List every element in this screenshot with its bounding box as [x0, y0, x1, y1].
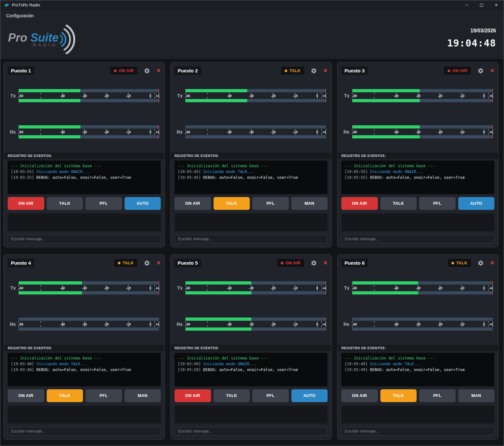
rx-bar-top — [352, 318, 493, 321]
mode-button[interactable]: MAN — [125, 389, 161, 402]
message-display — [175, 406, 328, 424]
status-dot-icon — [114, 70, 117, 72]
peak-marker — [325, 318, 326, 321]
onair-button[interactable]: ON AIR — [175, 197, 211, 210]
gear-icon[interactable] — [311, 68, 317, 74]
puesto-panel: Puesto 4 TALK ✕ Tx -60-40-30-20-100+4 — [4, 254, 165, 440]
panel-header: Puesto 4 TALK ✕ — [8, 259, 161, 267]
tx-bar-top — [352, 281, 493, 285]
panel-header: Puesto 6 TALK ✕ — [341, 259, 494, 267]
tx-bar-top — [185, 281, 326, 285]
talk-button[interactable]: TALK — [380, 389, 417, 402]
close-panel-icon[interactable]: ✕ — [490, 260, 494, 266]
mode-buttons: ON AIR TALK PFL AUTO — [8, 197, 161, 210]
mode-button[interactable]: AUTO — [125, 197, 161, 210]
gear-icon[interactable] — [311, 260, 317, 266]
event-log-title: REGISTRO DE EVENTOS: — [337, 345, 498, 351]
peak-marker — [159, 281, 159, 285]
pfl-button[interactable]: PFL — [85, 197, 122, 210]
talk-button[interactable]: TALK — [47, 197, 83, 210]
message-display — [8, 213, 161, 231]
onair-button[interactable]: ON AIR — [175, 389, 211, 402]
status-dot-icon — [285, 70, 287, 72]
mode-buttons: ON AIR TALK PFL MAN — [341, 389, 494, 402]
onair-button[interactable]: ON AIR — [341, 197, 378, 210]
pfl-button[interactable]: PFL — [252, 389, 289, 402]
talk-button[interactable]: TALK — [380, 197, 417, 210]
status-badge: TALK — [281, 67, 304, 75]
close-panel-icon[interactable]: ✕ — [490, 68, 494, 73]
log-timestamp: [19:03:45] — [178, 175, 201, 180]
pfl-button[interactable]: PFL — [85, 389, 122, 402]
onair-button[interactable]: ON AIR — [8, 197, 44, 210]
minimize-button[interactable] — [459, 0, 474, 10]
tx-label: Tx — [8, 93, 19, 98]
peak-marker — [159, 99, 159, 102]
mode-button[interactable]: AUTO — [291, 389, 328, 402]
onair-button[interactable]: ON AIR — [8, 389, 44, 402]
puesto-panel: Puesto 1 ON AIR ✕ Tx -60-40-30-20-100+4 — [4, 62, 165, 247]
status-dot-icon — [281, 262, 283, 264]
logo-waves-icon — [57, 24, 77, 55]
rx-meter: Rx -60-40-30-20-100+4 — [8, 318, 161, 331]
pfl-button[interactable]: PFL — [252, 197, 289, 210]
talk-button[interactable]: TALK — [214, 197, 250, 210]
talk-button[interactable]: TALK — [47, 389, 83, 402]
mode-button[interactable]: MAN — [291, 197, 328, 210]
status-label: ON AIR — [286, 260, 301, 265]
puesto-panel: Puesto 5 ON AIR ✕ Tx -60-40-30-20-100+4 — [170, 254, 332, 440]
message-input[interactable] — [341, 235, 494, 243]
talk-button[interactable]: TALK — [214, 389, 250, 402]
gear-icon[interactable] — [477, 260, 484, 266]
mode-button[interactable]: AUTO — [458, 197, 495, 210]
rx-scale: -60-40-30-20-100+4 — [19, 321, 159, 327]
log-timestamp: [19:03:55] — [345, 175, 368, 180]
close-panel-icon[interactable]: ✕ — [157, 260, 161, 266]
gear-icon[interactable] — [144, 68, 150, 74]
tx-bar-top — [185, 89, 326, 92]
mode-button[interactable]: MAN — [458, 389, 495, 402]
tx-bar-bottom — [185, 291, 326, 294]
event-log-title: REGISTRO DE EVENTOS: — [4, 153, 165, 159]
event-log: --- Inicialización del sistema base --- … — [341, 161, 494, 194]
log-timestamp: [19:03:55] — [11, 175, 34, 180]
message-input[interactable] — [175, 235, 328, 243]
pfl-button[interactable]: PFL — [419, 197, 456, 210]
pfl-button[interactable]: PFL — [419, 389, 456, 402]
rx-meter: Rx -60-40-30-20-100+4 — [8, 125, 161, 138]
log-init-line: --- Inicialización del sistema base --- — [11, 164, 101, 168]
maximize-button[interactable] — [474, 0, 489, 10]
event-log: --- Inicialización del sistema base --- … — [175, 353, 328, 386]
date-display: 19/03/2026 — [447, 28, 496, 34]
onair-button[interactable]: ON AIR — [341, 389, 378, 402]
app-icon — [4, 3, 9, 8]
peak-marker — [325, 327, 326, 331]
gear-icon[interactable] — [477, 68, 484, 74]
tx-bar-top — [19, 89, 159, 92]
log-debug-line: DEBUG: auto=False, onair=False, user=Tru… — [370, 175, 465, 180]
tx-meter: Tx -60-40-30-20-100+4 — [8, 89, 161, 102]
mode-buttons: ON AIR TALK PFL AUTO — [341, 197, 494, 210]
close-panel-icon[interactable]: ✕ — [323, 68, 328, 73]
message-input[interactable] — [8, 427, 161, 435]
tx-meter: Tx -60-40-30-20-100+4 — [175, 89, 328, 102]
log-timestamp: [19:03:49] — [345, 362, 368, 366]
message-input[interactable] — [175, 427, 328, 435]
status-badge: ON AIR — [110, 67, 137, 75]
message-display — [8, 406, 161, 424]
gear-icon[interactable] — [144, 260, 150, 266]
rx-bar-bottom — [19, 135, 159, 138]
peak-marker — [492, 281, 493, 285]
close-panel-icon[interactable]: ✕ — [323, 260, 328, 266]
close-window-button[interactable]: ✕ — [489, 0, 504, 10]
status-dot-icon — [118, 262, 120, 264]
rx-bar-bottom — [185, 135, 326, 138]
close-panel-icon[interactable]: ✕ — [157, 68, 161, 73]
peak-marker — [325, 281, 326, 285]
message-input[interactable] — [341, 427, 494, 435]
message-input[interactable] — [8, 235, 161, 243]
rx-bar-top — [19, 125, 159, 128]
event-log-title: REGISTRO DE EVENTOS: — [171, 345, 331, 351]
peak-marker — [492, 135, 493, 138]
menu-configuracion[interactable]: Configuración — [6, 13, 34, 18]
